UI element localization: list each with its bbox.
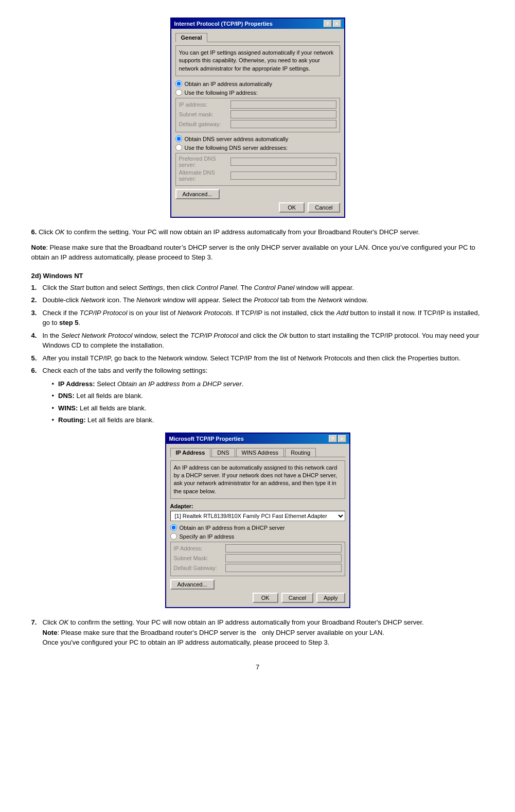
step4-text: In the Select Network Protocol window, s…: [43, 331, 484, 351]
dialog1-preferred-dns-input[interactable]: [230, 158, 336, 166]
page-number: 7: [31, 663, 484, 671]
step1-text: Click the Start button and select Settin…: [43, 283, 354, 293]
step-6-nt: 6. Check each of the tabs and verify the…: [31, 366, 484, 376]
dialog1-dns-fields: Preferred DNS server: Alternate DNS serv…: [175, 153, 340, 186]
dialog1-window: Internet Protocol (TCP/IP) Properties ? …: [170, 18, 345, 218]
page-content: Internet Protocol (TCP/IP) Properties ? …: [31, 18, 484, 671]
step6-block: 6. Click OK to confirm the setting. Your…: [31, 227, 484, 237]
dialog1-cancel-btn[interactable]: Cancel: [308, 202, 340, 213]
step3-num: 3.: [31, 308, 43, 328]
step-2: 2. Double-click Network icon. The Networ…: [31, 295, 484, 305]
dialog1-close-btn[interactable]: ×: [333, 20, 341, 27]
dialog2-advanced-btn[interactable]: Advanced...: [170, 579, 215, 590]
dialog2-advanced-row: Advanced...: [170, 579, 345, 590]
step7-text: Click OK to confirm the setting. Your PC…: [43, 617, 424, 648]
dialog2-ip-row: IP Address:: [174, 544, 342, 552]
dialog1-dns-section: Obtain DNS server address automatically …: [175, 135, 340, 186]
dialog1-ip-fields: IP address: Subnet mask: Default gateway…: [175, 98, 340, 132]
bullet-wins: WINS: Let all fields are blank.: [52, 403, 484, 413]
dialog1-subnet-input[interactable]: [230, 110, 336, 118]
dialog1-buttons: Advanced...: [175, 189, 340, 199]
dialog2-adapter-label: Adapter:: [170, 503, 345, 509]
step1-num: 1.: [31, 283, 43, 293]
dialog1-gateway-input[interactable]: [230, 120, 336, 128]
dialog1-ip-row: IP address:: [179, 100, 336, 109]
dialog2-tab-wins[interactable]: WINS Address: [236, 448, 285, 457]
dialog2-radio1[interactable]: Obtain an IP address from a DHCP server: [170, 524, 345, 531]
note1-block: Note: Please make sure that the Broadban…: [31, 243, 484, 263]
step-5: 5. After you install TCP/IP, go back to …: [31, 353, 484, 364]
bullet-routing-text: Routing: Let all fields are blank.: [58, 415, 154, 425]
bullet-routing: Routing: Let all fields are blank.: [52, 415, 484, 425]
dialog1-preferred-dns-row: Preferred DNS server:: [179, 156, 336, 168]
dialog1-help-btn[interactable]: ?: [324, 20, 332, 27]
dialog2-adapter-section: Adapter: [1] Realtek RTL8139/810X Family…: [170, 503, 345, 521]
step6-nt-num: 6.: [31, 366, 43, 376]
dialog2-adapter-select[interactable]: [1] Realtek RTL8139/810X Family PCI Fast…: [170, 511, 345, 521]
dialog2-tab-bar: IP Address DNS WINS Address Routing: [170, 448, 345, 457]
dialog2-cancel-btn[interactable]: Cancel: [281, 593, 313, 603]
dialog1-gateway-row: Default gateway:: [179, 120, 336, 128]
dialog1-advanced-btn[interactable]: Advanced...: [175, 189, 220, 199]
dialog2-radio2[interactable]: Specify an IP address: [170, 533, 345, 540]
step5-num: 5.: [31, 353, 43, 364]
dialog1-ok-cancel-buttons: OK Cancel: [175, 202, 340, 213]
dialog2-subnet-input[interactable]: [225, 554, 342, 562]
bullet-wins-text: WINS: Let all fields are blank.: [58, 403, 146, 413]
step7-num: 7.: [31, 617, 43, 648]
dialog1-radio2-input[interactable]: [175, 89, 182, 96]
dialog2-tab-routing[interactable]: Routing: [285, 448, 316, 457]
dialog1-tab-general[interactable]: General: [175, 33, 208, 42]
dialog2-radio1-input[interactable]: [170, 524, 177, 531]
step-3: 3. Check if the TCP/IP Protocol is on yo…: [31, 308, 484, 328]
dialog1-ok-btn[interactable]: OK: [279, 202, 305, 213]
dialog1-dns-radio2[interactable]: Use the following DNS server addresses:: [175, 144, 340, 151]
dialog1-dns-radio2-input[interactable]: [175, 144, 182, 151]
dialog1-radio1-input[interactable]: [175, 80, 182, 87]
step2-text: Double-click Network icon. The Network w…: [43, 295, 368, 305]
dialog2-gateway-row: Default Gateway:: [174, 564, 342, 572]
dialog2-tab-ipaddress[interactable]: IP Address: [170, 448, 211, 457]
dialog2-tab-dns[interactable]: DNS: [211, 448, 235, 457]
dialog1-titlebar: Internet Protocol (TCP/IP) Properties ? …: [171, 19, 344, 29]
settings-bullets: IP Address: Select Obtain an IP address …: [52, 379, 484, 425]
step-1: 1. Click the Start button and select Set…: [31, 283, 484, 293]
dialog2-titlebar-buttons: ? ×: [329, 435, 346, 442]
dialog2-ip-fields: IP Address: Subnet Mask: Default Gateway…: [170, 542, 345, 576]
dialog1-subnet-row: Subnet mask:: [179, 110, 336, 118]
dialog2-window: Microsoft TCP/IP Properties ? × IP Addre…: [165, 433, 350, 609]
dialog1-radio1[interactable]: Obtain an IP address automatically: [175, 80, 340, 87]
dialog1-description: You can get IP settings assigned automat…: [175, 45, 340, 76]
bullet-dns-text: DNS: Let all fields are blank.: [58, 391, 143, 401]
dialog2-ok-btn[interactable]: OK: [253, 593, 278, 603]
dialog1-ip-input[interactable]: [230, 100, 336, 109]
note1-label: Note: [31, 244, 46, 251]
dialog1-alternate-dns-input[interactable]: [230, 171, 336, 180]
section-2d-heading: 2d) Windows NT: [31, 272, 484, 280]
dialog2-title: Microsoft TCP/IP Properties: [169, 436, 244, 442]
dialog2-ok-cancel-apply-buttons: OK Cancel Apply: [170, 593, 345, 603]
bullet-ip-text: IP Address: Select Obtain an IP address …: [58, 379, 243, 389]
dialog2-container: Microsoft TCP/IP Properties ? × IP Addre…: [31, 433, 484, 609]
dialog1-titlebar-buttons: ? ×: [324, 20, 341, 27]
dialog1-dns-radio1[interactable]: Obtain DNS server address automatically: [175, 135, 340, 142]
dialog2-ip-input[interactable]: [225, 544, 342, 552]
dialog1-tab-bar: General: [175, 33, 340, 42]
dialog1-container: Internet Protocol (TCP/IP) Properties ? …: [31, 18, 484, 218]
dialog2-gateway-input[interactable]: [225, 564, 342, 572]
step7-block: 7. Click OK to confirm the setting. Your…: [31, 617, 484, 648]
step6-number: 6.: [31, 228, 37, 236]
bullet-dns: DNS: Let all fields are blank.: [52, 391, 484, 401]
step2-num: 2.: [31, 295, 43, 305]
dialog1-dns-radio1-input[interactable]: [175, 135, 182, 142]
dialog2-radio2-input[interactable]: [170, 533, 177, 540]
dialog2-close-btn[interactable]: ×: [338, 435, 346, 442]
dialog2-description: An IP address can be automatically assig…: [170, 460, 345, 499]
step6-text: Click OK to confirm the setting. Your PC…: [39, 228, 420, 236]
dialog2-help-btn[interactable]: ?: [329, 435, 337, 442]
step6-nt-text: Check each of the tabs and verify the fo…: [43, 366, 208, 376]
dialog2-body: IP Address DNS WINS Address Routing An I…: [166, 444, 349, 608]
dialog2-apply-btn[interactable]: Apply: [316, 593, 345, 603]
dialog1-radio2[interactable]: Use the following IP address:: [175, 89, 340, 96]
step3-text: Check if the TCP/IP Protocol is on your …: [43, 308, 484, 328]
